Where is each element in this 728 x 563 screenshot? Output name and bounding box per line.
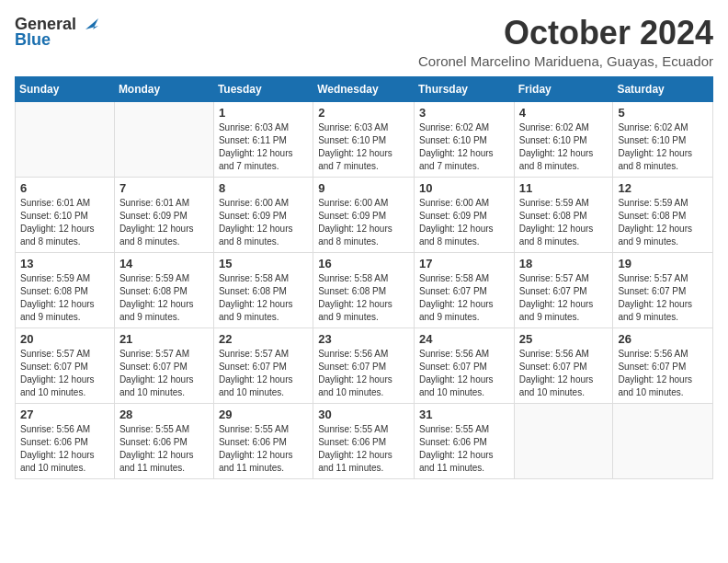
day-info: Sunrise: 5:55 AM Sunset: 6:06 PM Dayligh… (119, 423, 209, 475)
day-number: 1 (219, 106, 308, 120)
day-info: Sunrise: 5:57 AM Sunset: 6:07 PM Dayligh… (618, 272, 708, 324)
day-info: Sunrise: 5:58 AM Sunset: 6:08 PM Dayligh… (318, 272, 409, 324)
day-number: 2 (318, 106, 409, 120)
day-number: 16 (318, 257, 409, 270)
calendar-cell: 7Sunrise: 6:01 AM Sunset: 6:09 PM Daylig… (114, 177, 213, 252)
calendar-cell: 6Sunrise: 6:01 AM Sunset: 6:10 PM Daylig… (16, 177, 115, 252)
day-number: 31 (419, 408, 509, 421)
day-number: 11 (519, 181, 609, 195)
location: Coronel Marcelino Mariduena, Guayas, Ecu… (418, 53, 713, 69)
calendar-cell (514, 403, 613, 478)
weekday-header-sunday: Sunday (16, 76, 115, 101)
calendar-week-row: 1Sunrise: 6:03 AM Sunset: 6:11 PM Daylig… (16, 101, 713, 177)
weekday-header-tuesday: Tuesday (213, 76, 313, 101)
day-info: Sunrise: 5:59 AM Sunset: 6:08 PM Dayligh… (618, 197, 708, 248)
day-number: 25 (519, 332, 609, 346)
day-info: Sunrise: 6:03 AM Sunset: 6:11 PM Dayligh… (219, 121, 308, 173)
calendar-cell: 8Sunrise: 6:00 AM Sunset: 6:09 PM Daylig… (213, 177, 313, 252)
day-info: Sunrise: 6:02 AM Sunset: 6:10 PM Dayligh… (618, 121, 708, 173)
calendar-cell: 18Sunrise: 5:57 AM Sunset: 6:07 PM Dayli… (514, 252, 613, 327)
calendar-cell: 5Sunrise: 6:02 AM Sunset: 6:10 PM Daylig… (613, 101, 713, 177)
logo: General Blue (15, 15, 98, 50)
calendar-cell (613, 403, 713, 478)
calendar-cell: 22Sunrise: 5:57 AM Sunset: 6:07 PM Dayli… (213, 327, 313, 403)
day-number: 3 (419, 106, 509, 120)
day-number: 15 (219, 257, 308, 270)
calendar-cell: 25Sunrise: 5:56 AM Sunset: 6:07 PM Dayli… (514, 327, 613, 403)
calendar-week-row: 6Sunrise: 6:01 AM Sunset: 6:10 PM Daylig… (16, 177, 713, 252)
day-number: 18 (519, 257, 609, 270)
day-number: 10 (419, 181, 509, 195)
weekday-header-wednesday: Wednesday (313, 76, 415, 101)
day-info: Sunrise: 6:03 AM Sunset: 6:10 PM Dayligh… (318, 121, 409, 173)
day-number: 28 (119, 408, 209, 421)
day-info: Sunrise: 5:59 AM Sunset: 6:08 PM Dayligh… (20, 272, 109, 324)
calendar-cell: 10Sunrise: 6:00 AM Sunset: 6:09 PM Dayli… (414, 177, 514, 252)
day-number: 12 (618, 181, 708, 195)
calendar-cell: 30Sunrise: 5:55 AM Sunset: 6:06 PM Dayli… (313, 403, 415, 478)
day-info: Sunrise: 5:57 AM Sunset: 6:07 PM Dayligh… (119, 348, 209, 399)
calendar-cell: 21Sunrise: 5:57 AM Sunset: 6:07 PM Dayli… (114, 327, 213, 403)
day-number: 26 (618, 332, 708, 346)
day-info: Sunrise: 5:58 AM Sunset: 6:07 PM Dayligh… (419, 272, 509, 324)
weekday-header-row: SundayMondayTuesdayWednesdayThursdayFrid… (16, 76, 713, 101)
calendar-cell: 13Sunrise: 5:59 AM Sunset: 6:08 PM Dayli… (16, 252, 115, 327)
day-info: Sunrise: 6:02 AM Sunset: 6:10 PM Dayligh… (419, 121, 509, 173)
calendar-body: 1Sunrise: 6:03 AM Sunset: 6:11 PM Daylig… (16, 101, 713, 478)
day-info: Sunrise: 6:00 AM Sunset: 6:09 PM Dayligh… (419, 197, 509, 248)
calendar-cell (114, 101, 213, 177)
day-info: Sunrise: 5:57 AM Sunset: 6:07 PM Dayligh… (519, 272, 609, 324)
day-info: Sunrise: 6:01 AM Sunset: 6:10 PM Dayligh… (20, 197, 109, 248)
day-info: Sunrise: 5:56 AM Sunset: 6:07 PM Dayligh… (419, 348, 509, 399)
calendar-cell: 9Sunrise: 6:00 AM Sunset: 6:09 PM Daylig… (313, 177, 415, 252)
calendar-cell: 2Sunrise: 6:03 AM Sunset: 6:10 PM Daylig… (313, 101, 415, 177)
calendar-cell: 24Sunrise: 5:56 AM Sunset: 6:07 PM Dayli… (414, 327, 514, 403)
calendar-header: SundayMondayTuesdayWednesdayThursdayFrid… (16, 76, 713, 101)
day-number: 27 (20, 408, 109, 421)
day-info: Sunrise: 5:56 AM Sunset: 6:06 PM Dayligh… (20, 423, 109, 475)
calendar-cell: 3Sunrise: 6:02 AM Sunset: 6:10 PM Daylig… (414, 101, 514, 177)
day-info: Sunrise: 6:00 AM Sunset: 6:09 PM Dayligh… (219, 197, 308, 248)
day-number: 20 (20, 332, 109, 346)
calendar-cell: 29Sunrise: 5:55 AM Sunset: 6:06 PM Dayli… (213, 403, 313, 478)
calendar-cell: 15Sunrise: 5:58 AM Sunset: 6:08 PM Dayli… (213, 252, 313, 327)
calendar-cell (16, 101, 115, 177)
logo-blue-text: Blue (15, 30, 51, 50)
calendar-cell: 16Sunrise: 5:58 AM Sunset: 6:08 PM Dayli… (313, 252, 415, 327)
day-info: Sunrise: 5:55 AM Sunset: 6:06 PM Dayligh… (219, 423, 308, 475)
calendar-cell: 20Sunrise: 5:57 AM Sunset: 6:07 PM Dayli… (16, 327, 115, 403)
weekday-header-thursday: Thursday (414, 76, 514, 101)
day-number: 23 (318, 332, 409, 346)
day-info: Sunrise: 5:57 AM Sunset: 6:07 PM Dayligh… (219, 348, 308, 399)
calendar-cell: 31Sunrise: 5:55 AM Sunset: 6:06 PM Dayli… (414, 403, 514, 478)
weekday-header-saturday: Saturday (613, 76, 713, 101)
day-number: 19 (618, 257, 708, 270)
day-info: Sunrise: 6:01 AM Sunset: 6:09 PM Dayligh… (119, 197, 209, 248)
weekday-header-monday: Monday (114, 76, 213, 101)
day-number: 4 (519, 106, 609, 120)
day-number: 29 (219, 408, 308, 421)
day-info: Sunrise: 5:55 AM Sunset: 6:06 PM Dayligh… (318, 423, 409, 475)
day-info: Sunrise: 5:59 AM Sunset: 6:08 PM Dayligh… (119, 272, 209, 324)
day-info: Sunrise: 6:00 AM Sunset: 6:09 PM Dayligh… (318, 197, 409, 248)
day-info: Sunrise: 5:56 AM Sunset: 6:07 PM Dayligh… (618, 348, 708, 399)
day-info: Sunrise: 5:57 AM Sunset: 6:07 PM Dayligh… (20, 348, 109, 399)
day-info: Sunrise: 5:56 AM Sunset: 6:07 PM Dayligh… (318, 348, 409, 399)
calendar-cell: 26Sunrise: 5:56 AM Sunset: 6:07 PM Dayli… (613, 327, 713, 403)
day-number: 6 (20, 181, 109, 195)
calendar-week-row: 13Sunrise: 5:59 AM Sunset: 6:08 PM Dayli… (16, 252, 713, 327)
day-number: 17 (419, 257, 509, 270)
calendar-cell: 1Sunrise: 6:03 AM Sunset: 6:11 PM Daylig… (213, 101, 313, 177)
calendar-cell: 17Sunrise: 5:58 AM Sunset: 6:07 PM Dayli… (414, 252, 514, 327)
day-number: 7 (119, 181, 209, 195)
day-info: Sunrise: 5:58 AM Sunset: 6:08 PM Dayligh… (219, 272, 308, 324)
logo-bird-icon (78, 13, 98, 33)
day-number: 22 (219, 332, 308, 346)
calendar-cell: 4Sunrise: 6:02 AM Sunset: 6:10 PM Daylig… (514, 101, 613, 177)
calendar-table: SundayMondayTuesdayWednesdayThursdayFrid… (15, 76, 713, 479)
day-number: 8 (219, 181, 308, 195)
calendar-cell: 28Sunrise: 5:55 AM Sunset: 6:06 PM Dayli… (114, 403, 213, 478)
calendar-week-row: 20Sunrise: 5:57 AM Sunset: 6:07 PM Dayli… (16, 327, 713, 403)
day-number: 14 (119, 257, 209, 270)
day-info: Sunrise: 5:56 AM Sunset: 6:07 PM Dayligh… (519, 348, 609, 399)
